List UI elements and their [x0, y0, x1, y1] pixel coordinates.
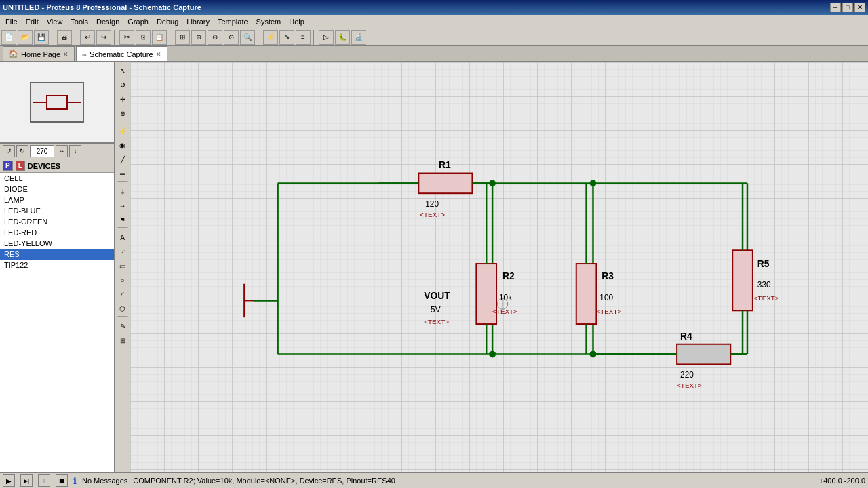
tape-tool[interactable]: ✎: [116, 319, 130, 333]
device-item-led-green[interactable]: LED-GREEN: [0, 216, 114, 227]
menu-item-graph[interactable]: Graph: [123, 16, 153, 27]
svg-text:<TEXT>: <TEXT>: [424, 318, 449, 325]
rotate-tool[interactable]: ↺: [116, 78, 130, 92]
redo-button[interactable]: ↪: [96, 30, 111, 45]
rotate-right-button[interactable]: ↻: [16, 145, 28, 157]
canvas-area[interactable]: R1 120 <TEXT> VOUT 5V <TEXT> R2 10k <TEX…: [130, 62, 868, 472]
title-text: UNTITLED - Proteus 8 Professional - Sche…: [3, 3, 201, 12]
step-button[interactable]: ▶|: [20, 474, 33, 487]
svg-text:330: 330: [757, 280, 771, 289]
menu-item-template[interactable]: Template: [214, 16, 252, 27]
stop-button[interactable]: ⏹: [56, 474, 68, 487]
tab-schematic[interactable]: ⎓ Schematic Capture ✕: [76, 46, 167, 61]
device-item-tip122[interactable]: TIP122: [0, 260, 114, 270]
svg-point-14: [489, 351, 496, 358]
svg-text:R4: R4: [680, 331, 692, 342]
text-tool[interactable]: A: [116, 230, 130, 244]
probe-button[interactable]: 🔬: [351, 30, 366, 45]
tab-homepage[interactable]: 🏠 Home Page ✕: [3, 46, 75, 61]
save-button[interactable]: 💾: [34, 30, 49, 45]
move-tool[interactable]: ✛: [116, 92, 130, 106]
wire-button[interactable]: ∿: [279, 30, 294, 45]
menu-item-system[interactable]: System: [252, 16, 285, 27]
device-item-lamp[interactable]: LAMP: [0, 195, 114, 205]
paste-button[interactable]: 📋: [152, 30, 167, 45]
device-item-diode[interactable]: DIODE: [0, 184, 114, 195]
separator1: [117, 121, 128, 123]
angle-input[interactable]: 270: [30, 145, 54, 157]
p-mode-button[interactable]: P: [3, 161, 13, 171]
undo-button[interactable]: ↩: [80, 30, 95, 45]
svg-text:<TEXT>: <TEXT>: [754, 294, 779, 302]
arc-tool[interactable]: ◜: [116, 287, 130, 301]
select-tool[interactable]: ↖: [116, 64, 130, 77]
line-tool[interactable]: ⟋: [116, 245, 130, 258]
svg-text:R5: R5: [757, 258, 770, 269]
toolbar: 📄 📂 💾 🖨 ↩ ↪ ✂ ⎘ 📋 ⊞ ⊕ ⊖ ⊙ 🔍 ⚡ ∿ ≡ ▷ 🐛 🔬: [0, 28, 868, 46]
polygon-tool[interactable]: ⬡: [116, 302, 130, 315]
probe-tool[interactable]: ⚑: [116, 213, 130, 226]
menu-item-debug[interactable]: Debug: [153, 16, 182, 27]
l-mode-button[interactable]: L: [16, 161, 25, 171]
zoom-in-button[interactable]: ⊕: [191, 30, 206, 45]
zoom-out-button[interactable]: ⊖: [208, 30, 222, 45]
pause-button[interactable]: ⏸: [38, 474, 50, 487]
menu-item-library[interactable]: Library: [182, 16, 214, 27]
play-button[interactable]: ▶: [3, 474, 15, 487]
marker-tool[interactable]: ⊞: [116, 333, 130, 347]
flip-v-button[interactable]: ↕: [69, 145, 81, 157]
tab-schematic-close[interactable]: ✕: [156, 51, 161, 58]
device-item-res[interactable]: RES: [0, 249, 114, 260]
svg-text:R3: R3: [601, 270, 614, 281]
tools-sidebar: ↖ ↺ ✛ ⊕ ⚡ ◉ ╱ ═ ⏚ → ⚑ A ⟋ ▭ ○ ◜ ⬡ ✎ ⊞: [115, 62, 130, 472]
device-item-cell[interactable]: CELL: [0, 173, 114, 184]
home-icon: 🏠: [9, 49, 18, 58]
device-item-led-red[interactable]: LED-RED: [0, 227, 114, 238]
device-item-led-yellow[interactable]: LED-YELLOW: [0, 238, 114, 249]
component-button[interactable]: ⚡: [263, 30, 278, 45]
statusbar: ▶ ▶| ⏸ ⏹ ℹ No Messages COMPONENT R2; Val…: [0, 472, 868, 488]
terminal-tool[interactable]: →: [116, 199, 130, 212]
simulate-button[interactable]: ▷: [319, 30, 334, 45]
menu-item-file[interactable]: File: [1, 16, 22, 27]
bus-tool[interactable]: ═: [116, 167, 130, 180]
menu-item-view[interactable]: View: [43, 16, 67, 27]
rotate-left-button[interactable]: ↺: [3, 145, 15, 157]
tab-homepage-close[interactable]: ✕: [63, 51, 68, 58]
left-panel: ↺ ↻ 270 ↔ ↕ P L DEVICES CELLDIODELAMPLED…: [0, 62, 115, 472]
view-grid-button[interactable]: ⊞: [175, 30, 190, 45]
device-panel: P L DEVICES CELLDIODELAMPLED-BLUELED-GRE…: [0, 159, 114, 472]
maximize-button[interactable]: □: [842, 3, 853, 12]
menu-item-edit[interactable]: Edit: [22, 16, 43, 27]
menu-item-tools[interactable]: Tools: [66, 16, 92, 27]
open-button[interactable]: 📂: [18, 30, 33, 45]
minimize-button[interactable]: ─: [830, 3, 841, 12]
flip-h-button[interactable]: ↔: [56, 145, 68, 157]
svg-text:100: 100: [599, 293, 613, 302]
bus-button[interactable]: ≡: [296, 30, 311, 45]
circle-tool[interactable]: ○: [116, 273, 130, 287]
main-area: ↺ ↻ 270 ↔ ↕ P L DEVICES CELLDIODELAMPLED…: [0, 62, 868, 472]
copy-button[interactable]: ⎘: [136, 30, 151, 45]
box-tool[interactable]: ▭: [116, 259, 130, 272]
new-button[interactable]: 📄: [1, 30, 16, 45]
zoom-fit-button[interactable]: ⊙: [224, 30, 239, 45]
svg-text:VOUT: VOUT: [424, 290, 450, 301]
close-button[interactable]: ✕: [854, 3, 865, 12]
print-button[interactable]: 🖨: [57, 30, 72, 45]
zoom-area-button[interactable]: 🔍: [240, 30, 255, 45]
junction-tool[interactable]: ◉: [116, 138, 130, 152]
device-item-led-blue[interactable]: LED-BLUE: [0, 205, 114, 216]
svg-text:<TEXT>: <TEXT>: [420, 211, 445, 218]
wire-tool[interactable]: ╱: [116, 152, 130, 166]
menu-item-design[interactable]: Design: [92, 16, 123, 27]
power-tool[interactable]: ⏚: [116, 184, 130, 198]
cut-button[interactable]: ✂: [119, 30, 134, 45]
debug-button[interactable]: 🐛: [335, 30, 350, 45]
device-list: CELLDIODELAMPLED-BLUELED-GREENLED-REDLED…: [0, 173, 114, 472]
svg-point-13: [590, 180, 597, 186]
component-tool[interactable]: ⚡: [116, 124, 130, 138]
preview-svg: [33, 85, 81, 119]
pan-tool[interactable]: ⊕: [116, 106, 130, 120]
menu-item-help[interactable]: Help: [285, 16, 309, 27]
